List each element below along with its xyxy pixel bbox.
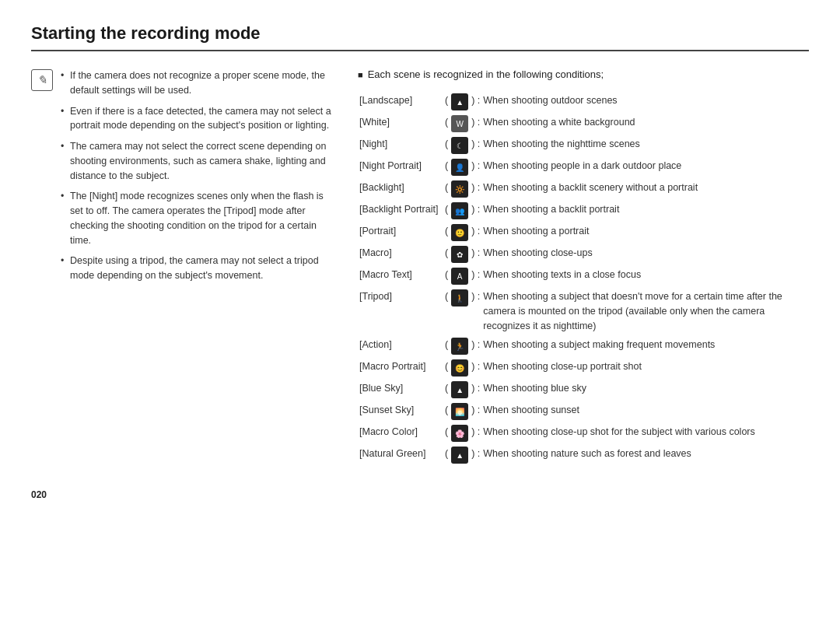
scene-label: [Night] xyxy=(358,135,443,156)
notes-list: If the camera does not recognize a prope… xyxy=(61,68,334,289)
scene-open-paren: ( xyxy=(443,135,450,156)
scene-close-paren: ) : xyxy=(470,222,481,243)
scene-description: When shooting nature such as forest and … xyxy=(481,444,809,466)
scene-open-paren: ( xyxy=(443,379,450,401)
scene-open-paren: ( xyxy=(443,243,450,265)
scene-open-paren: ( xyxy=(443,287,450,335)
scene-icon-cell: 🚶 xyxy=(450,287,470,335)
scene-description: When shooting texts in a close focus xyxy=(481,265,809,287)
scene-description: When shooting a portrait xyxy=(481,222,809,243)
scene-open-paren: ( xyxy=(443,335,450,357)
backlight-icon: 🔆 xyxy=(451,180,468,198)
scene-row: [Night] ( ☾ ) : When shooting the nightt… xyxy=(358,135,809,156)
scene-row: [Macro Text] ( A ) : When shooting texts… xyxy=(358,265,809,287)
macro-portrait-icon: 😊 xyxy=(451,359,468,377)
scene-icon-cell: 🙂 xyxy=(450,222,470,243)
scene-row: [Macro] ( ✿ ) : When shooting close-ups xyxy=(358,243,809,265)
note-item: The [Night] mode recognizes scenes only … xyxy=(61,189,334,247)
scene-row: [Portrait] ( 🙂 ) : When shooting a portr… xyxy=(358,222,809,243)
scene-description: When shooting a white background xyxy=(481,113,809,135)
page-title: Starting the recording mode xyxy=(31,23,809,51)
scene-row: [Macro Portrait] ( 😊 ) : When shooting c… xyxy=(358,357,809,379)
scene-open-paren: ( xyxy=(443,222,450,243)
scene-open-paren: ( xyxy=(443,156,450,178)
scene-label: [Macro] xyxy=(358,243,443,265)
scene-description: When shooting close-up portrait shot xyxy=(481,357,809,379)
night-portrait-icon: 👤 xyxy=(451,159,468,176)
right-column: Each scene is recognized in the followin… xyxy=(358,68,809,466)
scene-open-paren: ( xyxy=(443,444,450,466)
night-icon: ☾ xyxy=(451,137,468,154)
note-item: Despite using a tripod, the camera may n… xyxy=(61,254,334,283)
scene-table: [Landscape] ( ▲ ) : When shooting outdoo… xyxy=(358,91,809,466)
scene-close-paren: ) : xyxy=(470,265,481,287)
scene-icon-cell: W xyxy=(450,113,470,135)
scene-close-paren: ) : xyxy=(470,113,481,135)
scene-row: [White] ( W ) : When shooting a white ba… xyxy=(358,113,809,135)
note-item: Even if there is a face detected, the ca… xyxy=(61,104,334,134)
scene-icon-cell: ▲ xyxy=(450,91,470,113)
scene-row: [Backlight Portrait] ( 👥 ) : When shooti… xyxy=(358,200,809,222)
scene-open-paren: ( xyxy=(443,357,450,379)
scene-open-paren: ( xyxy=(443,91,450,113)
scene-close-paren: ) : xyxy=(470,200,481,222)
section-header: Each scene is recognized in the followin… xyxy=(358,68,809,80)
note-item: The camera may not select the correct sc… xyxy=(61,139,334,183)
scene-close-paren: ) : xyxy=(470,243,481,265)
sunset-sky-icon: 🌅 xyxy=(451,403,468,420)
scene-description: When shooting a backlit scenery without … xyxy=(481,178,809,200)
scene-close-paren: ) : xyxy=(470,444,481,466)
scene-description: When shooting a subject that doesn't mov… xyxy=(481,287,809,335)
scene-description: When shooting the nighttime scenes xyxy=(481,135,809,156)
scene-icon-cell: 🔆 xyxy=(450,178,470,200)
scene-label: [Sunset Sky] xyxy=(358,401,443,422)
portrait-icon: 🙂 xyxy=(451,224,468,241)
scene-icon-cell: ▲ xyxy=(450,444,470,466)
action-icon: 🏃 xyxy=(451,338,468,355)
scene-open-paren: ( xyxy=(443,178,450,200)
backlight-portrait-icon: 👥 xyxy=(451,202,468,219)
scene-icon-cell: ✿ xyxy=(450,243,470,265)
landscape-icon: ▲ xyxy=(451,93,468,110)
note-icon: ✎ xyxy=(31,69,53,91)
scene-description: When shooting outdoor scenes xyxy=(481,91,809,113)
scene-open-paren: ( xyxy=(443,200,450,222)
scene-label: [Night Portrait] xyxy=(358,156,443,178)
white-icon: W xyxy=(451,115,468,132)
left-column: ✎ If the camera does not recognize a pro… xyxy=(31,68,334,466)
scene-close-paren: ) : xyxy=(470,422,481,444)
scene-close-paren: ) : xyxy=(470,91,481,113)
scene-row: [Macro Color] ( 🌸 ) : When shooting clos… xyxy=(358,422,809,444)
scene-close-paren: ) : xyxy=(470,379,481,401)
scene-label: [Backlight] xyxy=(358,178,443,200)
scene-label: [Backlight Portrait] xyxy=(358,200,443,222)
scene-close-paren: ) : xyxy=(470,287,481,335)
scene-label: [Tripod] xyxy=(358,287,443,335)
macro-color-icon: 🌸 xyxy=(451,425,468,442)
natural-green-icon: ▲ xyxy=(451,447,468,464)
note-block: ✎ If the camera does not recognize a pro… xyxy=(31,68,334,289)
scene-description: When shooting sunset xyxy=(481,401,809,422)
scene-close-paren: ) : xyxy=(470,178,481,200)
scene-description: When shooting people in a dark outdoor p… xyxy=(481,156,809,178)
scene-description: When shooting close-ups xyxy=(481,243,809,265)
scene-icon-cell: 🏃 xyxy=(450,335,470,357)
scene-description: When shooting blue sky xyxy=(481,379,809,401)
scene-label: [Blue Sky] xyxy=(358,379,443,401)
scene-label: [White] xyxy=(358,113,443,135)
scene-description: When shooting a subject making frequent … xyxy=(481,335,809,357)
scene-close-paren: ) : xyxy=(470,135,481,156)
scene-label: [Landscape] xyxy=(358,91,443,113)
scene-icon-cell: 👥 xyxy=(450,200,470,222)
scene-label: [Natural Green] xyxy=(358,444,443,466)
scene-row: [Night Portrait] ( 👤 ) : When shooting p… xyxy=(358,156,809,178)
scene-row: [Action] ( 🏃 ) : When shooting a subject… xyxy=(358,335,809,357)
scene-icon-cell: 🌸 xyxy=(450,422,470,444)
scene-label: [Action] xyxy=(358,335,443,357)
page-number: 020 xyxy=(31,489,809,500)
scene-row: [Backlight] ( 🔆 ) : When shooting a back… xyxy=(358,178,809,200)
scene-row: [Landscape] ( ▲ ) : When shooting outdoo… xyxy=(358,91,809,113)
macro-text-icon: A xyxy=(451,268,468,285)
scene-icon-cell: 👤 xyxy=(450,156,470,178)
scene-open-paren: ( xyxy=(443,113,450,135)
